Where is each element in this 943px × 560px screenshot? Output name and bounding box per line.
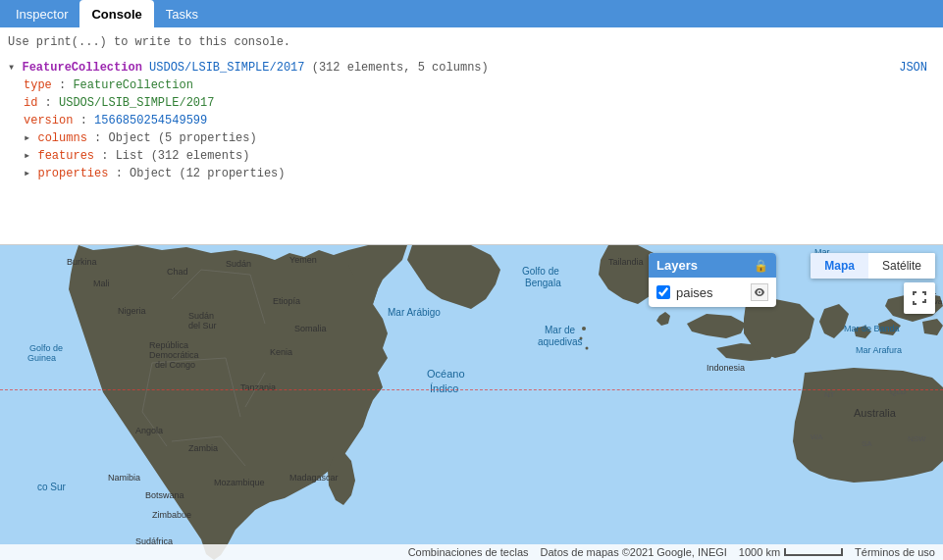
fc-elements-meta: (312 elements, 5 columns) — [312, 61, 489, 75]
map-svg: Mali Chad Sudán Nigeria Burkina Yemen Et… — [0, 245, 943, 560]
scale-bar: 1000 km — [739, 546, 843, 558]
svg-text:Guinea: Guinea — [27, 353, 56, 363]
svg-text:co Sur: co Sur — [37, 482, 67, 492]
prop-version: version : 1566850254549599 — [8, 112, 935, 129]
svg-text:Australia: Australia — [854, 407, 897, 419]
fullscreen-button[interactable] — [904, 282, 935, 314]
eye-icon — [755, 288, 764, 296]
terms-of-use-link[interactable]: Términos de uso — [855, 546, 935, 558]
prop-arrow-properties: ▸ — [24, 167, 37, 180]
fc-toggle-arrow[interactable]: ▾ — [8, 61, 15, 75]
svg-text:NT: NT — [824, 390, 835, 399]
prop-val-columns: Object (5 properties) — [108, 131, 256, 145]
svg-text:NSW: NSW — [908, 434, 926, 443]
svg-text:Mozambique: Mozambique — [214, 478, 265, 487]
svg-text:Golfo de: Golfo de — [29, 343, 63, 353]
layers-body: paises — [649, 278, 776, 307]
console-hint: Use print(...) to write to this console. — [8, 33, 935, 51]
scale-label: 1000 km — [739, 546, 780, 558]
prop-sep-features: : — [101, 149, 115, 163]
map-area[interactable]: Mali Chad Sudán Nigeria Burkina Yemen Et… — [0, 245, 943, 560]
prop-val-properties: Object (12 properties) — [130, 167, 285, 180]
svg-text:Zimbabue: Zimbabue — [152, 510, 191, 520]
lock-icon[interactable]: 🔒 — [754, 259, 768, 273]
prop-arrow-columns: ▸ — [24, 131, 37, 145]
svg-text:Mar de: Mar de — [545, 325, 576, 335]
layers-header: Layers 🔒 — [649, 253, 776, 278]
prop-val-id: USDOS/LSIB_SIMPLE/2017 — [59, 96, 214, 110]
svg-text:Etiopía: Etiopía — [273, 296, 300, 306]
layer-visibility-button[interactable] — [751, 283, 768, 301]
svg-point-1 — [582, 327, 586, 331]
map-data-attribution: Datos de mapas ©2021 Google, INEGI — [541, 546, 727, 558]
console-panel: Use print(...) to write to this console.… — [0, 27, 943, 245]
svg-text:Namibia: Namibia — [108, 473, 140, 483]
svg-text:QLD: QLD — [890, 387, 907, 396]
svg-text:Zambia: Zambia — [188, 443, 218, 453]
svg-text:Indonesia: Indonesia — [707, 363, 745, 373]
svg-text:Democrática: Democrática — [149, 350, 199, 360]
svg-text:WA: WA — [811, 433, 823, 441]
map-footer: Combinaciones de teclas Datos de mapas ©… — [0, 544, 943, 560]
prop-properties[interactable]: ▸ properties : Object (12 properties) — [8, 165, 935, 182]
svg-text:Golfo de: Golfo de — [522, 266, 559, 277]
prop-key-version: version — [24, 114, 73, 127]
svg-text:Kenia: Kenia — [270, 347, 292, 357]
keyboard-shortcuts-link[interactable]: Combinaciones de teclas — [408, 546, 529, 558]
feature-collection-header: JSON ▾ FeatureCollection USDOS/LSIB_SIMP… — [8, 59, 935, 76]
prop-key-columns: columns — [37, 131, 86, 145]
feature-collection-block: JSON ▾ FeatureCollection USDOS/LSIB_SIMP… — [8, 59, 935, 182]
svg-point-3 — [586, 347, 589, 350]
svg-text:Yemen: Yemen — [289, 255, 317, 265]
svg-text:Océano: Océano — [427, 368, 465, 380]
tab-bar: Inspector Console Tasks — [0, 0, 943, 27]
prop-arrow-features: ▸ — [24, 149, 37, 163]
prop-id: id : USDOS/LSIB_SIMPLE/2017 — [8, 94, 935, 112]
json-button[interactable]: JSON — [899, 59, 927, 76]
fullscreen-icon — [912, 290, 927, 306]
map-type-buttons: Mapa Satélite — [811, 253, 935, 279]
prop-type: type : FeatureCollection — [8, 76, 935, 94]
prop-val-features: List (312 elements) — [116, 149, 250, 163]
svg-text:Tailandia: Tailandia — [608, 257, 644, 267]
svg-text:Sudán: Sudán — [188, 311, 214, 321]
fc-type-name: FeatureCollection — [22, 61, 141, 75]
prop-sep-properties: : — [116, 167, 130, 180]
prop-val-type: FeatureCollection — [73, 78, 192, 92]
prop-sep-id: : — [45, 96, 59, 110]
tab-inspector[interactable]: Inspector — [4, 0, 79, 27]
svg-text:Índico: Índico — [430, 382, 458, 394]
tab-tasks[interactable]: Tasks — [154, 0, 210, 27]
svg-text:Nigeria: Nigeria — [118, 306, 146, 316]
prop-features[interactable]: ▸ features : List (312 elements) — [8, 147, 935, 165]
svg-text:Sudán: Sudán — [226, 259, 251, 269]
svg-text:Angola: Angola — [135, 426, 163, 435]
prop-val-version: 1566850254549599 — [94, 114, 207, 127]
fc-dataset-path: USDOS/LSIB_SIMPLE/2017 — [149, 61, 304, 75]
svg-text:aquedivas: aquedivas — [538, 336, 583, 347]
svg-text:Mar Arábigo: Mar Arábigo — [388, 307, 441, 318]
svg-text:Tanzania: Tanzania — [240, 382, 276, 392]
svg-text:Somalia: Somalia — [294, 324, 327, 333]
svg-text:Burkina: Burkina — [67, 257, 97, 267]
svg-text:Mar de Banda: Mar de Banda — [844, 324, 900, 333]
svg-text:del Congo: del Congo — [155, 360, 195, 370]
prop-columns[interactable]: ▸ columns : Object (5 properties) — [8, 129, 935, 147]
svg-text:Mali: Mali — [93, 279, 110, 288]
layer-checkbox-paises[interactable] — [656, 285, 670, 299]
scale-line — [784, 548, 843, 556]
prop-key-type: type — [24, 78, 52, 92]
map-type-mapa-button[interactable]: Mapa — [811, 253, 868, 279]
map-type-satelite-button[interactable]: Satélite — [868, 253, 935, 279]
tab-console[interactable]: Console — [79, 0, 153, 27]
prop-key-id: id — [24, 96, 37, 110]
prop-sep-type: : — [59, 78, 73, 92]
layer-name-paises: paises — [676, 285, 745, 300]
console-output[interactable]: Use print(...) to write to this console.… — [0, 27, 943, 244]
prop-key-features: features — [37, 149, 94, 163]
layers-label: Layers — [656, 258, 698, 273]
svg-text:Madagascar: Madagascar — [289, 473, 339, 483]
prop-sep-version: : — [80, 114, 94, 127]
svg-text:SA: SA — [862, 439, 872, 448]
svg-text:República: República — [149, 340, 188, 350]
